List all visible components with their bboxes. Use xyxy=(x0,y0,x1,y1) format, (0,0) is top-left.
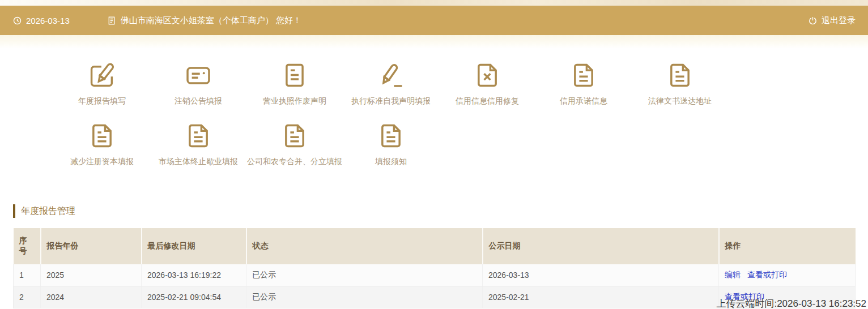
shortcut-grid: 年度报告填写注销公告填报营业执照作废声明执行标准自我声明填报信用信息信用修复信用… xyxy=(54,61,868,167)
logout-button[interactable]: 退出登录 xyxy=(808,15,856,26)
welcome-group: 佛山市南海区文小姐茶室（个体工商户） 您好！ xyxy=(107,15,301,26)
shortcut-item-2[interactable]: 注销公告填报 xyxy=(150,61,246,106)
column-header: 操作 xyxy=(719,228,856,264)
action-link[interactable]: 编辑 xyxy=(725,270,741,279)
column-header: 序号 xyxy=(14,228,41,264)
shortcut-label: 年度报告填写 xyxy=(78,96,126,106)
section-title: 年度报告管理 xyxy=(13,204,868,218)
page-top-texture xyxy=(0,0,868,6)
shortcut-item-6[interactable]: 信用承诺信息 xyxy=(535,61,632,106)
current-date: 2026-03-13 xyxy=(26,16,70,25)
current-date-group: 2026-03-13 xyxy=(12,16,70,25)
shortcut-label: 公司和农专合并、分立填报 xyxy=(247,157,342,167)
shortcut-item-4[interactable]: 执行标准自我声明填报 xyxy=(343,61,439,106)
column-header: 状态 xyxy=(246,228,483,264)
column-header: 报告年份 xyxy=(41,228,142,264)
cell-year: 2024 xyxy=(41,286,142,308)
edit-square-icon xyxy=(87,61,117,90)
welcome-text: 佛山市南海区文小姐茶室（个体工商户） 您好！ xyxy=(121,15,301,26)
document-folded-icon xyxy=(569,61,598,90)
shortcut-item-1[interactable]: 年度报告填写 xyxy=(54,61,150,106)
cell-published: 2025-02-21 xyxy=(483,286,719,308)
clock-icon xyxy=(12,16,22,25)
document-lines-icon xyxy=(280,61,309,90)
column-header: 最后修改日期 xyxy=(142,228,246,264)
shortcut-label: 减少注册资本填报 xyxy=(70,157,134,167)
cell-year: 2025 xyxy=(41,264,142,286)
header-cream-strip xyxy=(0,35,868,48)
shortcut-label: 信用承诺信息 xyxy=(560,96,607,106)
cell-no: 1 xyxy=(14,264,41,286)
table-header-row: 序号报告年份最后修改日期状态公示日期操作 xyxy=(14,228,856,264)
id-card-icon xyxy=(184,61,213,90)
document-folded-icon xyxy=(184,121,213,151)
cell-actions: 编辑查看或打印 xyxy=(719,264,856,286)
document-folded-icon xyxy=(87,121,117,151)
shortcut-label: 填报须知 xyxy=(375,157,407,167)
shortcut-item-10[interactable]: 公司和农专合并、分立填报 xyxy=(246,121,343,167)
document-folded-icon xyxy=(280,121,309,151)
upload-time: 上传云端时间:2026-03-13 16:23:52 xyxy=(716,297,866,309)
document-x-icon xyxy=(473,61,502,90)
logout-label: 退出登录 xyxy=(822,15,856,26)
shortcut-item-3[interactable]: 营业执照作废声明 xyxy=(246,61,343,106)
shortcut-label: 注销公告填报 xyxy=(175,96,222,106)
shortcut-label: 执行标准自我声明填报 xyxy=(351,96,431,106)
pencil-icon xyxy=(376,61,406,90)
power-icon xyxy=(808,16,818,25)
document-folded-icon xyxy=(665,61,695,90)
shortcut-item-5[interactable]: 信用信息信用修复 xyxy=(439,61,535,106)
action-link[interactable]: 查看或打印 xyxy=(747,270,787,279)
shortcut-item-7[interactable]: 法律文书送达地址 xyxy=(632,61,728,106)
shortcut-item-8[interactable]: 减少注册资本填报 xyxy=(54,121,150,167)
annual-report-table: 序号报告年份最后修改日期状态公示日期操作 120252026-03-13 16:… xyxy=(13,228,856,308)
shortcut-label: 市场主体终止歇业填报 xyxy=(159,157,238,167)
cell-status: 已公示 xyxy=(246,286,483,308)
document-folded-icon xyxy=(376,121,406,151)
cell-no: 2 xyxy=(14,286,41,308)
column-header: 公示日期 xyxy=(483,228,719,264)
cell-published: 2026-03-13 xyxy=(483,264,719,286)
shortcut-item-11[interactable]: 填报须知 xyxy=(343,121,439,167)
top-bar: 2026-03-13 佛山市南海区文小姐茶室（个体工商户） 您好！ 退出登录 xyxy=(0,6,868,35)
cell-modified: 2025-02-21 09:04:54 xyxy=(142,286,246,308)
cell-status: 已公示 xyxy=(246,264,483,286)
shortcut-label: 法律文书送达地址 xyxy=(648,96,712,106)
cell-modified: 2026-03-13 16:19:22 xyxy=(142,264,246,286)
shortcut-label: 信用信息信用修复 xyxy=(456,96,519,106)
building-icon xyxy=(107,15,116,26)
table-row: 120252026-03-13 16:19:22已公示2026-03-13编辑查… xyxy=(14,264,856,286)
shortcut-label: 营业执照作废声明 xyxy=(263,96,326,106)
shortcut-item-9[interactable]: 市场主体终止歇业填报 xyxy=(150,121,246,167)
